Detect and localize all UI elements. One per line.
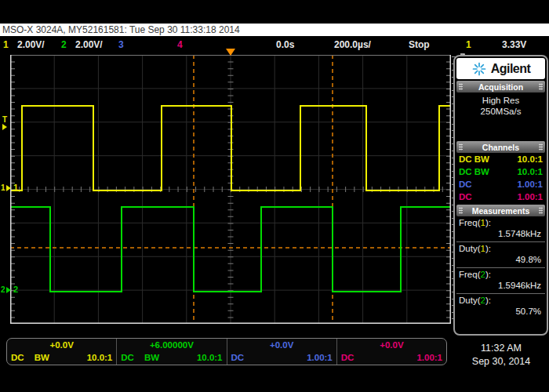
sample-rate: 250MSa/s (456, 106, 545, 117)
measurement-value: 49.8% (459, 254, 543, 266)
brand-name: Agilent (491, 62, 531, 76)
clock-date: Sep 30, 2014 (453, 355, 549, 368)
channel-1-number[interactable]: 1 (3, 39, 9, 50)
probe-ratio: 1.00:1 (416, 353, 442, 363)
channel-offset-value: +0.0V (341, 340, 442, 350)
coupling-label: DC (341, 353, 354, 363)
channel-row[interactable]: DC BW10.0:1 (456, 165, 545, 178)
measurement-value: 1.5946kHz (459, 280, 543, 292)
channel-2-scale[interactable]: 2.00V/ (75, 39, 103, 50)
trigger-level-marker[interactable]: T (2, 116, 7, 130)
horizontal-delay[interactable]: 0.0s (276, 39, 294, 50)
section-title: Acquisition (478, 82, 523, 92)
section-header-channels[interactable]: Channels (456, 141, 545, 153)
channel-1-trace (10, 106, 451, 191)
grip-icon (459, 143, 463, 151)
title-bar: MSO-X 3024A, MY52161581: Tue Sep 30 11:3… (0, 24, 549, 36)
trigger-marker-arrow-icon (2, 124, 7, 130)
measurement-label: Duty(2): (459, 295, 543, 306)
grip-icon (539, 83, 543, 90)
measurement-entry[interactable]: Freq(2):1.5946kHz (456, 267, 545, 293)
channel-probe-ratio: 1.00:1 (517, 180, 543, 189)
measurement-entry[interactable]: Duty(1):49.8% (456, 241, 545, 267)
channel-coupling: DC BW (459, 167, 489, 176)
channel-row[interactable]: DC1.00:1 (456, 178, 545, 191)
measurement-label: Duty(1): (459, 243, 543, 254)
channel-probe-ratio: 10.0:1 (517, 167, 543, 176)
channel-status-cell[interactable]: +0.0VDCBW10.0:1 (7, 339, 116, 365)
run-state[interactable]: Stop (409, 39, 430, 50)
measurement-value: 50.7% (459, 306, 543, 318)
channel-row[interactable]: DC BW10.0:1 (456, 153, 545, 165)
coupling-label: DC (231, 353, 245, 363)
measurement-label: Freq(1): (459, 217, 543, 228)
section-title: Channels (482, 143, 519, 152)
section-title: Measurements (472, 206, 530, 216)
section-header-measurements[interactable]: Measurements (456, 205, 545, 216)
clock-time: 11:32 AM (453, 342, 549, 355)
channel-probe-ratio: 10.0:1 (517, 154, 543, 164)
oscilloscope-screen: MSO-X 3024A, MY52161581: Tue Sep 30 11:3… (0, 0, 549, 392)
channel-coupling: DC (459, 192, 472, 201)
channel-1-trace-label: 1 (13, 183, 18, 192)
probe-ratio: 10.0:1 (197, 353, 223, 363)
coupling-label: DC (11, 353, 24, 363)
channel-offset-value: +6.00000V (121, 340, 222, 350)
trigger-level[interactable]: 3.33V (502, 39, 526, 50)
probe-ratio: 1.00:1 (307, 353, 333, 363)
channel-offset-value: +0.0V (11, 340, 112, 350)
channel-status-cell[interactable]: +6.00000VDCBW10.0:1 (116, 339, 226, 365)
title-text: MSO-X 3024A, MY52161581: Tue Sep 30 11:3… (0, 24, 549, 36)
bandwidth-label: BW (35, 353, 49, 363)
ground-marker-arrow-icon (6, 287, 11, 293)
channel-2-number[interactable]: 2 (61, 39, 67, 50)
channel-probe-ratio: 1.00:1 (517, 192, 543, 201)
trigger-marker-label: T (2, 116, 7, 124)
grip-icon (539, 207, 543, 214)
grip-icon (539, 143, 543, 151)
measurements-list: Freq(1):1.5748kHzDuty(1):49.8%Freq(2):1.… (456, 216, 545, 332)
measurement-value: 1.5748kHz (459, 228, 543, 240)
channel-row[interactable]: DC1.00:1 (456, 191, 545, 203)
agilent-starburst-icon (471, 61, 487, 77)
time-reference-marker[interactable] (226, 49, 235, 56)
bandwidth-label: BW (144, 353, 159, 363)
channel-3-number[interactable]: 3 (118, 39, 124, 50)
agilent-logo: Agilent (456, 58, 545, 79)
bottom-channel-bar: +0.0VDCBW10.0:1+6.00000VDCBW10.0:1+0.0VD… (6, 338, 447, 365)
acquisition-mode: High Res (456, 95, 545, 106)
channel-status-cell[interactable]: +0.0VDC1.00:1 (227, 339, 336, 365)
waveform-plot[interactable] (10, 55, 451, 324)
channel-offset-value: +0.0V (231, 340, 333, 350)
channel-1-ground-marker[interactable]: 1 (1, 183, 11, 192)
probe-ratio: 10.0:1 (87, 353, 113, 363)
waveform-display[interactable] (10, 55, 451, 324)
trigger-source[interactable]: 1 (466, 39, 471, 50)
channel-2-trace-label: 2 (13, 285, 18, 294)
channel-2-ground-marker[interactable]: 2 (1, 285, 11, 294)
channel-4-number[interactable]: 4 (177, 39, 183, 50)
ground-marker-label: 1 (1, 183, 5, 192)
measurement-entry[interactable]: Freq(1):1.5748kHz (456, 216, 545, 241)
acquisition-info: High Res 250MSa/s (456, 93, 545, 140)
sidebar: Agilent Acquisition High Res 250MSa/s Ch… (453, 55, 548, 336)
measurement-label: Freq(2): (459, 269, 543, 280)
coupling-label: DC (121, 353, 134, 363)
ground-marker-arrow-icon (6, 185, 11, 191)
clock: 11:32 AM Sep 30, 2014 (453, 342, 549, 368)
measurement-entry[interactable]: Duty(2):50.7% (456, 293, 545, 319)
channel-status-cell[interactable]: +0.0VDC1.00:1 (336, 339, 446, 365)
channel-coupling: DC (459, 180, 472, 189)
section-header-acquisition[interactable]: Acquisition (456, 81, 545, 93)
ground-marker-label: 2 (1, 285, 5, 294)
status-bar: 1 2.00V/ 2 2.00V/ 3 4 0.0s 200.0µs/ Stop… (0, 36, 549, 54)
channels-list: DC BW10.0:1DC BW10.0:1DC1.00:1DC1.00:1 (456, 153, 545, 203)
timebase-setting[interactable]: 200.0µs/ (334, 39, 371, 50)
channel-coupling: DC BW (459, 154, 489, 164)
channel-1-scale[interactable]: 2.00V/ (17, 39, 45, 50)
grip-icon (459, 207, 463, 214)
grip-icon (459, 83, 463, 90)
